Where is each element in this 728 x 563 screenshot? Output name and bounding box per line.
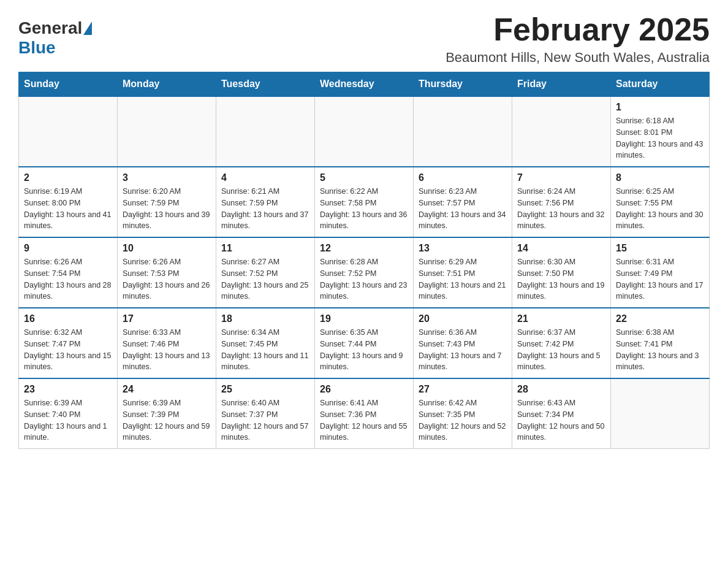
day-info: Sunrise: 6:25 AM Sunset: 7:55 PM Dayligh… (616, 186, 704, 232)
day-info: Sunrise: 6:39 AM Sunset: 7:40 PM Dayligh… (24, 397, 112, 443)
day-number: 10 (123, 243, 211, 254)
table-row: 22Sunrise: 6:38 AM Sunset: 7:41 PM Dayli… (611, 308, 710, 378)
day-number: 20 (419, 313, 507, 324)
day-number: 16 (24, 313, 112, 324)
table-row: 5Sunrise: 6:22 AM Sunset: 7:58 PM Daylig… (315, 167, 414, 237)
table-row: 26Sunrise: 6:41 AM Sunset: 7:36 PM Dayli… (315, 378, 414, 449)
header-saturday: Saturday (611, 72, 710, 97)
day-info: Sunrise: 6:34 AM Sunset: 7:45 PM Dayligh… (221, 327, 309, 373)
day-number: 15 (616, 243, 704, 254)
day-number: 14 (517, 243, 605, 254)
day-info: Sunrise: 6:43 AM Sunset: 7:34 PM Dayligh… (517, 397, 605, 443)
day-number: 24 (123, 384, 211, 395)
day-info: Sunrise: 6:33 AM Sunset: 7:46 PM Dayligh… (123, 327, 211, 373)
header-sunday: Sunday (19, 72, 118, 97)
table-row: 4Sunrise: 6:21 AM Sunset: 7:59 PM Daylig… (216, 167, 315, 237)
day-info: Sunrise: 6:23 AM Sunset: 7:57 PM Dayligh… (419, 186, 507, 232)
table-row (118, 96, 216, 167)
day-info: Sunrise: 6:39 AM Sunset: 7:39 PM Dayligh… (123, 397, 211, 443)
table-row (414, 96, 512, 167)
day-number: 9 (24, 243, 112, 254)
day-info: Sunrise: 6:42 AM Sunset: 7:35 PM Dayligh… (419, 397, 507, 443)
table-row: 10Sunrise: 6:26 AM Sunset: 7:53 PM Dayli… (118, 237, 216, 308)
calendar-week-row: 9Sunrise: 6:26 AM Sunset: 7:54 PM Daylig… (19, 237, 710, 308)
header-thursday: Thursday (414, 72, 512, 97)
day-number: 18 (221, 313, 309, 324)
table-row: 27Sunrise: 6:42 AM Sunset: 7:35 PM Dayli… (414, 378, 512, 449)
calendar-week-row: 2Sunrise: 6:19 AM Sunset: 8:00 PM Daylig… (19, 167, 710, 237)
table-row: 11Sunrise: 6:27 AM Sunset: 7:52 PM Dayli… (216, 237, 315, 308)
table-row (512, 96, 611, 167)
table-row: 9Sunrise: 6:26 AM Sunset: 7:54 PM Daylig… (19, 237, 118, 308)
calendar-header-row: Sunday Monday Tuesday Wednesday Thursday… (19, 72, 710, 97)
table-row: 19Sunrise: 6:35 AM Sunset: 7:44 PM Dayli… (315, 308, 414, 378)
header-tuesday: Tuesday (216, 72, 315, 97)
table-row: 14Sunrise: 6:30 AM Sunset: 7:50 PM Dayli… (512, 237, 611, 308)
day-info: Sunrise: 6:27 AM Sunset: 7:52 PM Dayligh… (221, 256, 309, 302)
day-number: 5 (320, 172, 408, 183)
table-row: 1Sunrise: 6:18 AM Sunset: 8:01 PM Daylig… (611, 96, 710, 167)
day-number: 3 (123, 172, 211, 183)
table-row: 8Sunrise: 6:25 AM Sunset: 7:55 PM Daylig… (611, 167, 710, 237)
day-number: 1 (616, 102, 704, 113)
table-row: 13Sunrise: 6:29 AM Sunset: 7:51 PM Dayli… (414, 237, 512, 308)
table-row (315, 96, 414, 167)
day-info: Sunrise: 6:37 AM Sunset: 7:42 PM Dayligh… (517, 327, 605, 373)
table-row (19, 96, 118, 167)
table-row: 24Sunrise: 6:39 AM Sunset: 7:39 PM Dayli… (118, 378, 216, 449)
table-row: 16Sunrise: 6:32 AM Sunset: 7:47 PM Dayli… (19, 308, 118, 378)
header-monday: Monday (118, 72, 216, 97)
day-info: Sunrise: 6:41 AM Sunset: 7:36 PM Dayligh… (320, 397, 408, 443)
day-info: Sunrise: 6:20 AM Sunset: 7:59 PM Dayligh… (123, 186, 211, 232)
table-row: 17Sunrise: 6:33 AM Sunset: 7:46 PM Dayli… (118, 308, 216, 378)
logo-general-text: General (18, 18, 82, 38)
calendar-week-row: 16Sunrise: 6:32 AM Sunset: 7:47 PM Dayli… (19, 308, 710, 378)
table-row: 15Sunrise: 6:31 AM Sunset: 7:49 PM Dayli… (611, 237, 710, 308)
day-info: Sunrise: 6:38 AM Sunset: 7:41 PM Dayligh… (616, 327, 704, 373)
title-section: February 2025 Beaumont Hills, New South … (446, 12, 710, 66)
day-info: Sunrise: 6:26 AM Sunset: 7:53 PM Dayligh… (123, 256, 211, 302)
table-row: 23Sunrise: 6:39 AM Sunset: 7:40 PM Dayli… (19, 378, 118, 449)
day-number: 17 (123, 313, 211, 324)
day-number: 4 (221, 172, 309, 183)
table-row: 21Sunrise: 6:37 AM Sunset: 7:42 PM Dayli… (512, 308, 611, 378)
day-info: Sunrise: 6:21 AM Sunset: 7:59 PM Dayligh… (221, 186, 309, 232)
header-wednesday: Wednesday (315, 72, 414, 97)
logo-blue-text: Blue (18, 38, 56, 58)
day-number: 19 (320, 313, 408, 324)
day-number: 12 (320, 243, 408, 254)
day-info: Sunrise: 6:22 AM Sunset: 7:58 PM Dayligh… (320, 186, 408, 232)
day-number: 2 (24, 172, 112, 183)
day-number: 7 (517, 172, 605, 183)
day-info: Sunrise: 6:19 AM Sunset: 8:00 PM Dayligh… (24, 186, 112, 232)
day-number: 27 (419, 384, 507, 395)
table-row (611, 378, 710, 449)
table-row: 12Sunrise: 6:28 AM Sunset: 7:52 PM Dayli… (315, 237, 414, 308)
table-row: 25Sunrise: 6:40 AM Sunset: 7:37 PM Dayli… (216, 378, 315, 449)
day-info: Sunrise: 6:24 AM Sunset: 7:56 PM Dayligh… (517, 186, 605, 232)
day-number: 8 (616, 172, 704, 183)
table-row: 3Sunrise: 6:20 AM Sunset: 7:59 PM Daylig… (118, 167, 216, 237)
logo: General Blue (18, 18, 92, 58)
day-number: 6 (419, 172, 507, 183)
table-row: 20Sunrise: 6:36 AM Sunset: 7:43 PM Dayli… (414, 308, 512, 378)
day-info: Sunrise: 6:30 AM Sunset: 7:50 PM Dayligh… (517, 256, 605, 302)
day-number: 23 (24, 384, 112, 395)
day-info: Sunrise: 6:26 AM Sunset: 7:54 PM Dayligh… (24, 256, 112, 302)
day-info: Sunrise: 6:31 AM Sunset: 7:49 PM Dayligh… (616, 256, 704, 302)
day-number: 13 (419, 243, 507, 254)
location-subtitle: Beaumont Hills, New South Wales, Austral… (446, 50, 710, 66)
table-row: 28Sunrise: 6:43 AM Sunset: 7:34 PM Dayli… (512, 378, 611, 449)
table-row: 7Sunrise: 6:24 AM Sunset: 7:56 PM Daylig… (512, 167, 611, 237)
day-info: Sunrise: 6:36 AM Sunset: 7:43 PM Dayligh… (419, 327, 507, 373)
day-info: Sunrise: 6:35 AM Sunset: 7:44 PM Dayligh… (320, 327, 408, 373)
day-number: 26 (320, 384, 408, 395)
page-header: General Blue February 2025 Beaumont Hill… (18, 12, 710, 66)
day-info: Sunrise: 6:18 AM Sunset: 8:01 PM Dayligh… (616, 115, 704, 161)
day-info: Sunrise: 6:29 AM Sunset: 7:51 PM Dayligh… (419, 256, 507, 302)
table-row: 6Sunrise: 6:23 AM Sunset: 7:57 PM Daylig… (414, 167, 512, 237)
month-title: February 2025 (446, 12, 710, 47)
logo-triangle-icon (83, 21, 92, 35)
calendar-week-row: 23Sunrise: 6:39 AM Sunset: 7:40 PM Dayli… (19, 378, 710, 449)
table-row: 2Sunrise: 6:19 AM Sunset: 8:00 PM Daylig… (19, 167, 118, 237)
